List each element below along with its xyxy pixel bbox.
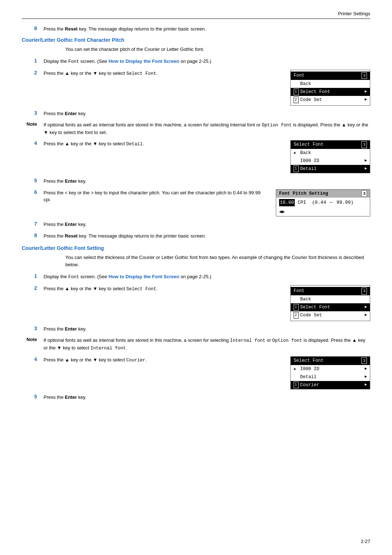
font-screen-link-1[interactable]: How to Display the Font Screen [109,58,179,64]
lcd-text-back-2: Back [300,296,311,303]
pitch-step-1-num: 1 [22,58,44,64]
lcd-select-font-2: Select Font 3 ▲ I000 ID ► Detail ► 1 [290,356,370,389]
pitch-step-1: 1 Display the Font screen. (See How to D… [22,58,370,65]
lcd-row-codeset-2: 2 Code Set ► [291,311,370,319]
section-intro-setting: You can select the thickness of the Cour… [65,254,370,268]
lcd-font-menu-1: Font 3 Back 1 Select Font ► 2 Code Se [290,70,370,106]
lcd-icon-up-sf2: ▲ [294,366,299,372]
pitch-step-2: 2 Press the ▲ key or the ▼ key to select… [22,70,370,106]
lcd-icon-sf-1: 1 [294,89,299,95]
lcd-icon-up-sf1: ▲ [294,150,299,156]
pitch-step-4-content: Press the ▲ key or the ▼ key to select D… [44,140,370,173]
pitch-step-7-num: 7 [22,221,44,227]
lcd-arrow-sf-2: ► [364,304,367,311]
lcd-title-font-1: Font 3 [291,72,370,80]
lcd-pitch-title-icon: 3 [362,190,367,197]
pitch-step-3: 3 Press the Enter key. [22,110,370,117]
setting-note-content-1: If optional fonts as well as internal fo… [44,337,370,352]
step-content-top-8: Press the Reset key. The message display… [44,25,370,33]
lcd-pitch-title-text: Font Pitch Setting [279,190,328,197]
setting-step-1-content: Display the Font screen. (See How to Dis… [44,273,370,281]
setting-step-5-content: Press the Enter key. [44,394,370,401]
setting-step-3: 3 Press the Enter key. [22,325,370,333]
lcd-icon-cs-1: 2 [294,97,299,103]
setting-step-3-content: Press the Enter key. [44,325,370,333]
pitch-step-6-num: 6 [22,189,44,195]
lcd-arrow-courier-sf2: ► [364,382,367,388]
lcd-row-selectfont-2: 1 Select Font ► [291,303,370,311]
pitch-step-6: 6 Press the < key or the > key to input … [22,189,370,217]
lcd-text-i000-sf1: I000 ID [300,157,319,165]
font-screen-link-2[interactable]: How to Display the Font Screen [109,274,179,279]
setting-note-label-1: Note [22,337,44,342]
lcd-arrow-cs-1: ► [364,97,367,103]
lcd-row-detail-sf2: Detail ► [291,373,370,381]
lcd-row-back-1: Back [291,80,370,88]
lcd-title-icon-sf1: 3 [362,141,367,148]
lcd-icon-detail-sf1: 1 [294,166,299,172]
lcd-title-icon-sf2: 3 [362,357,367,364]
lcd-text-i000-sf2: I000 ID [300,365,319,373]
lcd-row-back-sf1: ▲ Back [291,149,370,157]
lcd-icon-courier-sf2: 1 [294,382,299,388]
pitch-note-content-1: If optional fonts as well as internal fo… [44,121,370,136]
lcd-pitch-nav: ◄► [276,208,370,216]
pitch-step-3-content: Press the Enter key. [44,110,370,117]
lcd-title-icon-1: 3 [362,72,367,79]
setting-step-2-content: Press the ▲ key or the ▼ key to select S… [44,285,370,321]
lcd-pitch-range: (0.44 ～ 99.99) [312,199,353,206]
pitch-step-5-num: 5 [22,178,44,183]
lcd-title-sf1: Select Font 3 [291,141,370,149]
pitch-note-1: Note If optional fonts as well as intern… [22,121,370,136]
lcd-text-cs-1: Code Set [300,96,322,104]
setting-step-2-num: 2 [22,285,44,291]
lcd-text-detail-sf1: Detail [300,165,317,173]
lcd-text-sf-2: Select Font [300,304,330,311]
pitch-step-5: 5 Press the Enter key. [22,178,370,185]
pitch-step-2-num: 2 [22,70,44,76]
header-title: Printer Settings [338,11,370,16]
pitch-step-8: 8 Press the Reset key. The message displ… [22,232,370,240]
lcd-text-sf-1: Select Font [300,88,330,96]
lcd-select-font-1: Select Font 3 ▲ Back I000 ID ► 1 Det [290,140,370,173]
setting-step-1: 1 Display the Font screen. (See How to D… [22,273,370,281]
lcd-title-text-1: Font [294,72,305,79]
lcd-text-courier-sf2: Courier [300,381,319,389]
pitch-step-2-content: Press the ▲ key or the ▼ key to select S… [44,70,370,106]
lcd-arrow-detail-sf1: ► [364,166,367,172]
lcd-text-back-1: Back [300,80,311,88]
lcd-icon-cs-2: 2 [294,312,299,319]
setting-step-4-num: 4 [22,356,44,362]
lcd-title-text-sf2: Select Font [294,357,324,364]
setting-step-5-num: 5 [22,394,44,400]
setting-note-1: Note If optional fonts as well as intern… [22,337,370,352]
pitch-step-8-content: Press the Reset key. The message display… [44,232,370,240]
header-bar: Printer Settings [22,11,370,19]
pitch-step-5-content: Press the Enter key. [44,178,370,185]
pitch-step-4: 4 Press the ▲ key or the ▼ key to select… [22,140,370,173]
setting-step-1-num: 1 [22,273,44,279]
section-intro-pitch: You can set the character pitch of the C… [65,46,370,53]
section-heading-setting: Courier/Letter Gothic Font Setting [22,245,370,251]
lcd-title-text-2: Font [294,288,305,295]
lcd-arrow-cs-2: ► [364,312,367,319]
lcd-icon-sf-2: 1 [294,304,299,311]
lcd-title-icon-2: 3 [362,288,367,295]
lcd-row-back-2: Back [291,295,370,303]
section-heading-pitch: Courier/Letter Gothic Font Character Pit… [22,37,370,43]
setting-step-4-text: Press the ▲ key or the ▼ key to select C… [44,356,282,364]
lcd-pitch-title: Font Pitch Setting 3 [276,190,370,198]
lcd-pitch-unit: CPI [298,199,306,206]
step-number-top-8: 8 [22,25,44,31]
pitch-step-7-content: Press the Enter key. [44,221,370,228]
page-number: 2-27 [361,539,370,544]
page: Printer Settings 8 Press the Reset key. … [0,0,392,555]
lcd-text-back-sf1: Back [300,149,311,157]
top-step-8-row: 8 Press the Reset key. The message displ… [22,25,370,33]
pitch-step-7: 7 Press the Enter key. [22,221,370,228]
pitch-step-2-text: Press the ▲ key or the ▼ key to select S… [44,70,282,77]
lcd-row-selectfont-1: 1 Select Font ► [291,88,370,96]
setting-step-3-num: 3 [22,325,44,331]
setting-step-2: 2 Press the ▲ key or the ▼ key to select… [22,285,370,321]
pitch-step-6-content: Press the < key or the > key to input th… [44,189,370,217]
